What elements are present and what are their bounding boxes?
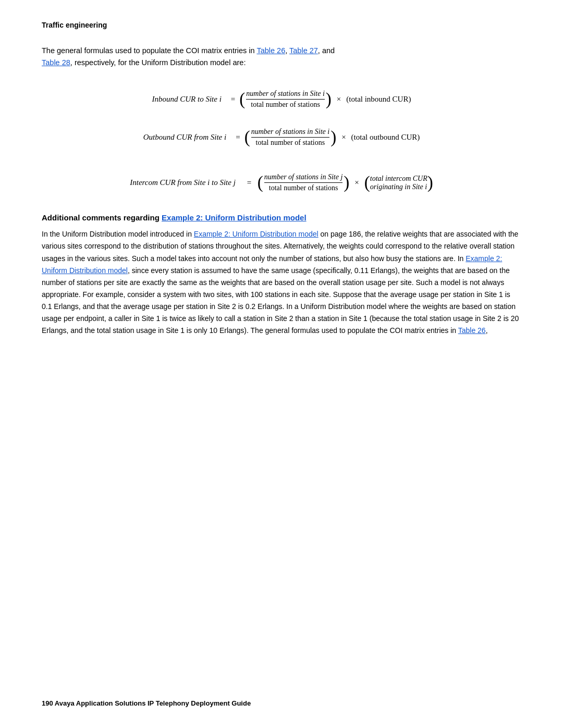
table27-link-intro[interactable]: Table 27 <box>289 46 318 55</box>
intro-text-before: The general formulas used to populate th… <box>42 46 256 55</box>
formula1-fraction: number of stations in Site i total numbe… <box>246 90 325 109</box>
formula1-numerator: number of stations in Site i <box>246 90 325 100</box>
formula3-rhs-wrap: ( total intercom CUR originating in Site… <box>364 174 433 191</box>
formula-outbound: Outbound CUR from Site i = ( number of s… <box>42 128 521 147</box>
section-body-link3[interactable]: Table 26 <box>458 326 486 335</box>
formula-intercom: Intercom CUR from Site i to Site j = ( n… <box>42 173 521 192</box>
formula3-rhs-right-paren: ) <box>427 174 433 191</box>
formula3-rhs-left-paren: ( <box>364 174 370 191</box>
section-body: In the Uniform Distribution model introd… <box>42 228 521 337</box>
table26-link-intro[interactable]: Table 26 <box>256 46 285 55</box>
header-title: Traffic engineering <box>42 21 107 29</box>
formula1-equals: = <box>231 95 235 104</box>
page-footer: 190 Avaya Application Solutions IP Telep… <box>42 699 251 707</box>
formula2-left-paren: ( <box>244 129 250 146</box>
formula2-numerator: number of stations in Site i <box>251 128 330 138</box>
section-body-text3: , since every station is assumed to have… <box>42 266 519 335</box>
formula3-times: × <box>354 178 359 187</box>
page-header: Traffic engineering <box>42 21 521 29</box>
formula3-fraction: number of stations in Site j total numbe… <box>264 173 343 192</box>
formula3-numerator: number of stations in Site j <box>264 173 343 183</box>
footer-text: 190 Avaya Application Solutions IP Telep… <box>42 699 251 707</box>
section-heading-plain: Additional comments regarding <box>42 213 162 222</box>
formula2-denominator: total number of stations <box>256 139 325 147</box>
formula3-label: Intercom CUR from Site i to Site j <box>130 178 236 187</box>
formula3-right-paren: ) <box>344 174 349 191</box>
intro-paragraph: The general formulas used to populate th… <box>42 45 521 69</box>
section-body-link1[interactable]: Example 2: Uniform Distribution model <box>194 230 319 238</box>
formula2-right-paren: ) <box>331 129 336 146</box>
formula-inbound: Inbound CUR to Site i = ( number of stat… <box>42 90 521 109</box>
formula3-rhs-line2: originating in Site i <box>370 183 427 191</box>
intro-text-after: , respectively, for the Uniform Distribu… <box>70 58 246 67</box>
formula1-right-paren: ) <box>326 91 332 108</box>
section-body-text1: In the Uniform Distribution model introd… <box>42 230 194 238</box>
formula2-fraction: number of stations in Site i total numbe… <box>251 128 330 147</box>
formula2-fraction-wrap: ( number of stations in Site i total num… <box>244 128 337 147</box>
formula1-label: Inbound CUR to Site i <box>152 95 222 104</box>
formula1-left-paren: ( <box>239 91 245 108</box>
section-heading: Additional comments regarding Example 2:… <box>42 213 521 222</box>
formula3-rhs-line1: total intercom CUR <box>370 175 427 183</box>
formula1-fraction-wrap: ( number of stations in Site i total num… <box>239 90 332 109</box>
section-heading-link[interactable]: Example 2: Uniform Distribution model <box>162 213 307 222</box>
formula3-equals: = <box>245 178 253 187</box>
formula2-times: × <box>341 133 346 142</box>
formula1-rhs: (total inbound CUR) <box>346 95 411 104</box>
section-body-end: , <box>486 326 488 335</box>
formula3-left-paren: ( <box>258 174 263 191</box>
formula3-denominator: total number of stations <box>269 184 338 192</box>
formula2-rhs: (total outbound CUR) <box>351 133 420 142</box>
formula3-fraction-wrap: ( number of stations in Site j total num… <box>258 173 350 192</box>
formula2-equals: = <box>236 133 240 142</box>
table28-link-intro[interactable]: Table 28 <box>42 58 70 67</box>
formula1-denominator: total number of stations <box>251 101 320 109</box>
formula1-times: × <box>337 95 341 104</box>
formula2-label: Outbound CUR from Site i <box>143 133 226 142</box>
formula3-rhs-stacked: total intercom CUR originating in Site i <box>370 175 427 191</box>
